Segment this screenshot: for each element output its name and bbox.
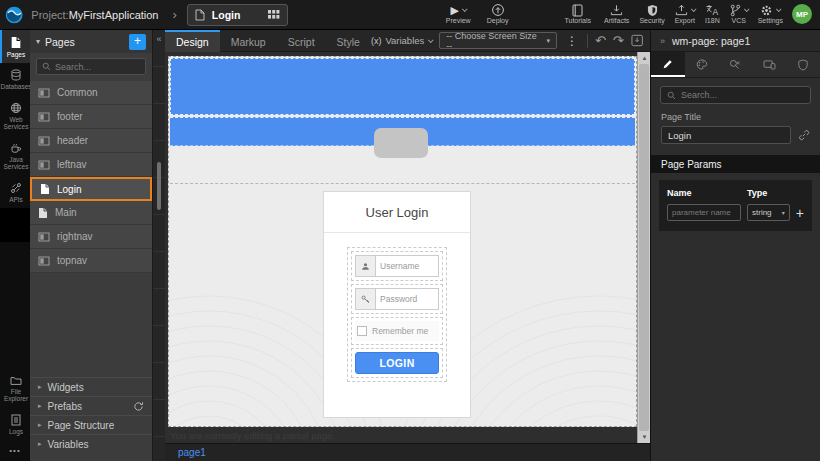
book-icon (572, 4, 583, 17)
redo-button[interactable]: ↷ (613, 34, 624, 47)
export-button[interactable]: Export (675, 4, 695, 25)
username-row[interactable] (351, 251, 443, 281)
pages-list-item-rightnav[interactable]: rightnav (30, 225, 152, 249)
page-item-label: rightnav (57, 231, 93, 242)
expand-panel-button[interactable]: » (660, 36, 665, 46)
properties-panel-header: » wm-page: page1 (651, 30, 820, 52)
rail-label: File Explorer (2, 388, 30, 403)
login-panel-widget[interactable]: User Login (323, 191, 471, 418)
wavemaker-logo-icon[interactable] (5, 4, 23, 26)
login-page-canvas[interactable]: User Login (168, 56, 637, 427)
param-type-select[interactable]: string ▾ (747, 204, 790, 221)
bottom-tab-page1[interactable]: page1 (178, 447, 206, 458)
canvas-scrollbar[interactable]: ▲ ▼ (637, 52, 650, 443)
rail-item-databases[interactable]: Databases (0, 63, 30, 95)
tutorials-button[interactable]: Tutorials (564, 4, 591, 25)
pages-list-item-topnav[interactable]: topnav (30, 249, 152, 273)
security-button[interactable]: Security (639, 4, 664, 25)
panel-section-variables[interactable]: ▸ Variables (30, 434, 152, 453)
user-avatar[interactable]: MP (792, 4, 812, 24)
pages-icon (10, 36, 22, 49)
header-widget[interactable] (170, 58, 635, 115)
chevron-down-icon (776, 7, 782, 13)
breadcrumb-chevron-icon: › (172, 7, 176, 22)
rail-item-file-explorer[interactable]: File Explorer (0, 370, 30, 408)
pages-list-item-footer[interactable]: footer (30, 105, 152, 129)
rail-label: Databases (0, 83, 31, 90)
logo-placeholder[interactable] (374, 128, 428, 158)
tab-devices[interactable] (752, 52, 786, 77)
panel-section-page-structure[interactable]: ▸ Page Structure (30, 415, 152, 434)
rail-more-button[interactable]: ••• (0, 440, 30, 461)
variables-button[interactable]: (x) Variables (371, 35, 432, 46)
pages-list-item-header[interactable]: header (30, 129, 152, 153)
scrollbar-thumb[interactable] (639, 64, 649, 431)
password-input[interactable] (376, 289, 438, 309)
tab-script[interactable]: Script (277, 30, 326, 52)
save-icon[interactable] (631, 34, 643, 47)
remember-me-row[interactable]: Remember me (351, 317, 443, 345)
page-title-input[interactable] (661, 126, 791, 144)
bind-link-icon[interactable] (798, 129, 810, 141)
preview-button[interactable]: ▶ Preview (446, 4, 471, 25)
password-row[interactable] (351, 284, 443, 314)
rail-item-pages[interactable]: Pages (0, 30, 30, 63)
panel-section-widgets[interactable]: ▸ Widgets (30, 377, 152, 396)
screen-size-select[interactable]: -- Choose Screen Size -- ▾ (439, 32, 557, 49)
undo-button[interactable]: ↶ (595, 34, 606, 47)
grid-icon[interactable] (268, 10, 280, 19)
splitter-handle[interactable] (157, 162, 161, 210)
collapse-panel-button[interactable]: « (153, 30, 165, 44)
param-name-input[interactable] (667, 204, 741, 221)
deploy-button[interactable]: Deploy (487, 4, 509, 25)
refresh-icon[interactable] (133, 401, 144, 412)
scroll-up-arrow[interactable]: ▲ (638, 53, 650, 63)
canvas-ruler-strip: « (152, 30, 165, 461)
page-params-section-header[interactable]: Page Params (651, 155, 820, 173)
pages-search-input[interactable] (55, 62, 140, 72)
tab-design[interactable]: Design (165, 30, 220, 52)
add-page-button[interactable]: + (129, 34, 146, 50)
vcs-button[interactable]: VCS (730, 4, 748, 25)
pages-list-item-common[interactable]: Common (30, 81, 152, 105)
i18n-button[interactable]: A I18N (705, 4, 720, 25)
tab-events[interactable] (719, 52, 753, 77)
username-input[interactable] (376, 256, 438, 276)
page-item-label: Common (57, 87, 98, 98)
download-icon (610, 4, 623, 16)
project-name[interactable]: Project:MyFirstApplication (31, 9, 158, 21)
remember-me-checkbox[interactable] (357, 326, 367, 336)
tab-markup[interactable]: Markup (220, 30, 277, 52)
open-page-tab[interactable]: Login (187, 4, 288, 26)
pages-list-item-login[interactable]: Login (30, 177, 152, 201)
pages-list-item-leftnav[interactable]: leftnav (30, 153, 152, 177)
deploy-label: Deploy (487, 17, 509, 25)
tab-security[interactable] (786, 52, 820, 77)
artifacts-button[interactable]: Artifacts (604, 4, 629, 25)
branch-icon (730, 4, 741, 17)
page-icon (195, 9, 205, 21)
rail-item-apis[interactable]: APIs (0, 176, 30, 208)
username-input-group (355, 255, 439, 277)
caret-down-icon[interactable]: ▾ (36, 37, 40, 46)
tab-properties[interactable] (651, 52, 685, 77)
tab-style[interactable]: Style (326, 30, 371, 52)
scroll-down-arrow[interactable]: ▼ (638, 432, 650, 442)
pages-list-item-main[interactable]: Main (30, 201, 152, 225)
more-options-button[interactable]: ⋮ (564, 34, 580, 48)
tab-styles[interactable] (685, 52, 719, 77)
rail-item-web-services[interactable]: Web Services (0, 96, 30, 136)
section-label: Prefabs (48, 401, 82, 412)
login-button[interactable]: LOGIN (355, 352, 439, 374)
password-input-group (355, 288, 439, 310)
magnifier-x-icon (729, 59, 741, 70)
rail-item-java-services[interactable]: Java Services (0, 136, 30, 176)
settings-button[interactable]: Settings (758, 4, 783, 25)
add-param-button[interactable]: + (796, 206, 804, 220)
properties-tabs (651, 52, 820, 78)
panel-accordion: ▸ Widgets ▸ Prefabs ▸ Page Structure ▸ V… (30, 377, 152, 453)
panel-section-prefabs[interactable]: ▸ Prefabs (30, 396, 152, 415)
rail-item-logs[interactable]: Logs (0, 408, 30, 440)
variables-label: Variables (385, 35, 424, 46)
properties-search-input[interactable] (681, 90, 804, 100)
